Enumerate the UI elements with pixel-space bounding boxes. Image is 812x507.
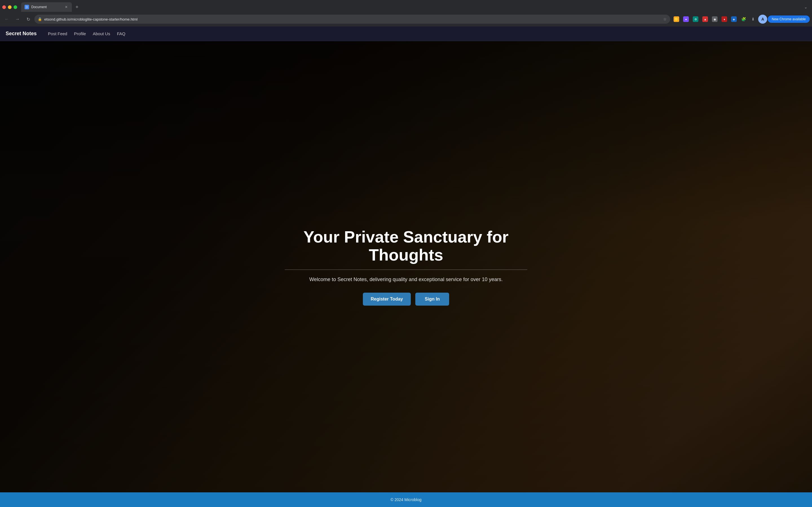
extension-gray-icon: ◉: [712, 16, 718, 22]
expand-tabs-button[interactable]: ⌄: [802, 3, 810, 11]
site-footer: © 2024 Microblog: [0, 492, 812, 507]
hero-section: Your Private Sanctuary for Thoughts Welc…: [0, 41, 812, 492]
toolbar-icons: 🟡 ● ⚙ ▲ ◉ ♦ ◈ 🧩 ⬇: [672, 15, 810, 24]
browser-chrome: D Document ✕ + ⌄ ← → ↻ 🔒 etsond.github.i…: [0, 0, 812, 26]
hero-buttons: Register Today Sign In: [285, 293, 527, 305]
security-lock-icon: 🔒: [38, 17, 42, 21]
download-button[interactable]: ⬇: [749, 15, 758, 24]
settings-button[interactable]: ⚙: [691, 15, 700, 24]
signin-button[interactable]: Sign In: [415, 293, 449, 305]
close-tab-button[interactable]: ✕: [64, 5, 68, 9]
hero-divider: [285, 270, 527, 270]
address-bar-row: ← → ↻ 🔒 etsond.github.io/microbloglite-c…: [0, 12, 812, 26]
nav-post-feed[interactable]: Post Feed: [48, 31, 67, 36]
extension-blue-icon: ◈: [731, 16, 737, 22]
footer-copyright: © 2024 Microblog: [391, 497, 421, 502]
nav-profile[interactable]: Profile: [74, 31, 86, 36]
hero-subtitle: Welcome to Secret Notes, delivering qual…: [285, 277, 527, 283]
extension-gray-button[interactable]: ◉: [710, 15, 719, 24]
profile-button[interactable]: A: [758, 15, 767, 24]
tab-favicon: D: [24, 5, 29, 9]
extension-blue-button[interactable]: ◈: [729, 15, 739, 24]
refresh-button[interactable]: ↻: [24, 15, 33, 24]
address-bar[interactable]: 🔒 etsond.github.io/microbloglite-capston…: [35, 15, 670, 24]
register-button[interactable]: Register Today: [363, 293, 411, 305]
extension-darkred-icon: ♦: [721, 16, 727, 22]
extensions-menu-button[interactable]: 🧩: [739, 15, 748, 24]
settings-icon: ⚙: [693, 16, 698, 22]
window-controls: [2, 5, 17, 9]
site-brand: Secret Notes: [6, 31, 37, 37]
nav-faq[interactable]: FAQ: [117, 31, 125, 36]
puzzle-icon: 🧩: [741, 17, 746, 21]
tab-bar: D Document ✕ + ⌄: [0, 0, 812, 12]
nav-about-us[interactable]: About Us: [93, 31, 110, 36]
new-tab-button[interactable]: +: [73, 3, 81, 11]
extension-red-icon: ▲: [702, 16, 708, 22]
site-navbar: Secret Notes Post Feed Profile About Us …: [0, 26, 812, 41]
extension-red-button[interactable]: ▲: [701, 15, 710, 24]
download-icon: ⬇: [751, 17, 755, 21]
extension-purple-icon: ●: [683, 16, 689, 22]
extension-purple-button[interactable]: ●: [681, 15, 691, 24]
extension-darkred-button[interactable]: ♦: [720, 15, 729, 24]
back-button[interactable]: ←: [2, 15, 11, 24]
hero-content: Your Private Sanctuary for Thoughts Welc…: [279, 228, 533, 305]
maximize-window-button[interactable]: [13, 5, 17, 9]
extension-yellow-button[interactable]: 🟡: [672, 15, 681, 24]
tab-title: Document: [31, 5, 62, 9]
bookmark-star-icon: ☆: [663, 17, 667, 21]
new-chrome-button[interactable]: New Chrome available: [768, 15, 810, 23]
close-window-button[interactable]: [2, 5, 6, 9]
browser-tab[interactable]: D Document ✕: [21, 2, 72, 12]
address-text: etsond.github.io/microbloglite-capstone-…: [44, 17, 661, 21]
hero-title: Your Private Sanctuary for Thoughts: [285, 228, 527, 264]
website-content: Secret Notes Post Feed Profile About Us …: [0, 26, 812, 507]
extension-yellow-icon: 🟡: [673, 16, 679, 22]
minimize-window-button[interactable]: [8, 5, 11, 9]
forward-button[interactable]: →: [13, 15, 22, 24]
